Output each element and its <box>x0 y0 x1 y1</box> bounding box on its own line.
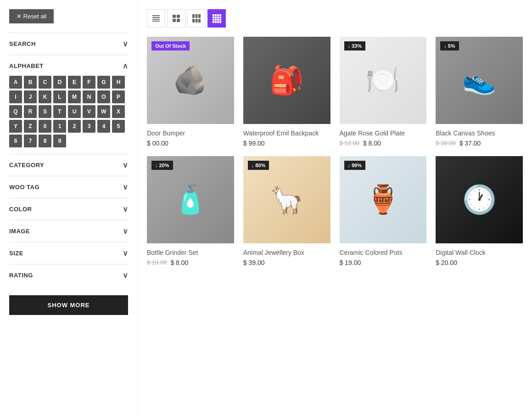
alpha-btn-L[interactable]: L <box>53 90 66 103</box>
discount-badge: 80% <box>248 161 269 170</box>
view-list-button[interactable] <box>147 9 165 28</box>
alpha-btn-Y[interactable]: Y <box>9 120 22 133</box>
alpha-btn-G[interactable]: G <box>97 76 110 89</box>
alpha-btn-2[interactable]: 2 <box>68 120 81 133</box>
alpha-btn-5[interactable]: 5 <box>112 120 125 133</box>
filter-alphabet: ALPHABET ∧ ABCDEFGHIJKLMNOPQRSTUVWXYZ012… <box>9 55 128 154</box>
alpha-btn-K[interactable]: K <box>39 90 51 103</box>
product-card[interactable]: 🦙 80% Animal Jewellery Box $ 39.00 <box>243 156 330 266</box>
product-link[interactable]: Digital Wall Clock <box>436 249 485 256</box>
alpha-btn-B[interactable]: B <box>24 76 37 89</box>
product-prices: $ 39.00 $ 37.00 <box>436 140 523 147</box>
price-original: $ 39.00 <box>436 140 455 146</box>
alpha-btn-4[interactable]: 4 <box>97 120 110 133</box>
product-link[interactable]: Waterproof Emil Backpack <box>243 129 319 137</box>
reset-all-button[interactable]: ✕ Reset all <box>9 9 54 23</box>
view-grid4-button[interactable] <box>207 9 226 28</box>
alpha-btn-H[interactable]: H <box>112 76 125 89</box>
alpha-btn-M[interactable]: M <box>68 90 81 103</box>
filter-woo-tag-header[interactable]: WOO TAG ∨ <box>9 183 128 191</box>
price-sale: $ 8.00 <box>170 259 188 266</box>
product-link[interactable]: Ceramic Colored Pots <box>340 249 403 256</box>
product-link[interactable]: Door Bumper <box>147 129 185 137</box>
alpha-btn-R[interactable]: R <box>24 105 37 118</box>
product-card[interactable]: 🪨 Out Of Stock Door Bumper $ 00.00 <box>147 37 234 147</box>
alpha-btn-O[interactable]: O <box>97 90 110 103</box>
price-sale: $ 8.00 <box>363 140 381 147</box>
filter-rating-label: RATING <box>9 272 33 279</box>
alpha-btn-1[interactable]: 1 <box>53 120 66 133</box>
alpha-btn-X[interactable]: X <box>112 105 125 118</box>
product-image: 🪨 Out Of Stock <box>147 37 234 124</box>
filter-color-header[interactable]: COLOR ∨ <box>9 205 128 214</box>
product-name: Animal Jewellery Box <box>243 249 330 256</box>
product-image: 🧴 20% <box>147 156 234 243</box>
alpha-btn-W[interactable]: W <box>97 105 110 118</box>
price-original: $ 10.00 <box>147 259 167 266</box>
product-card[interactable]: 🍽️ 33% Agate Rose Gold Plate $ 12.00 $ 8… <box>340 37 427 147</box>
product-name: Waterproof Emil Backpack <box>243 129 330 137</box>
alpha-btn-Q[interactable]: Q <box>9 105 22 118</box>
discount-badge: 99% <box>344 161 366 170</box>
svg-rect-2 <box>152 19 160 20</box>
filter-color-label: COLOR <box>9 206 32 213</box>
alpha-btn-U[interactable]: U <box>68 105 81 118</box>
filter-woo-tag: WOO TAG ∨ <box>9 176 128 198</box>
view-grid3-button[interactable] <box>187 9 206 28</box>
product-card[interactable]: 🕐 Digital Wall Clock $ 20.00 <box>436 156 523 266</box>
alpha-btn-F[interactable]: F <box>83 76 95 89</box>
view-grid2-button[interactable] <box>167 9 185 28</box>
alpha-btn-3[interactable]: 3 <box>83 120 95 133</box>
alpha-btn-D[interactable]: D <box>53 76 66 89</box>
svg-rect-17 <box>219 14 221 16</box>
filter-alphabet-label: ALPHABET <box>9 62 44 69</box>
filter-category-header[interactable]: CATEGORY ∨ <box>9 161 128 169</box>
alpha-btn-E[interactable]: E <box>68 76 81 89</box>
filter-search-header[interactable]: SEARCH ∨ <box>9 39 128 48</box>
alpha-btn-Z[interactable]: Z <box>24 120 37 133</box>
svg-rect-3 <box>152 21 160 22</box>
product-link[interactable]: Black Canvas Shoes <box>436 129 495 137</box>
svg-rect-25 <box>219 19 221 21</box>
svg-rect-14 <box>213 14 214 16</box>
product-name: Digital Wall Clock <box>436 249 523 256</box>
alpha-btn-8[interactable]: 8 <box>39 135 51 147</box>
filter-rating-header[interactable]: RATING ∨ <box>9 271 128 280</box>
alpha-btn-V[interactable]: V <box>83 105 95 118</box>
alphabet-grid: ABCDEFGHIJKLMNOPQRSTUVWXYZ0123456789 <box>9 76 128 147</box>
alpha-btn-N[interactable]: N <box>83 90 95 103</box>
svg-rect-20 <box>217 17 219 18</box>
svg-rect-12 <box>196 19 198 22</box>
alpha-btn-T[interactable]: T <box>53 105 66 118</box>
show-more-button[interactable]: SHOW MORE <box>9 295 128 315</box>
product-link[interactable]: Bottle Grinder Set <box>147 249 198 256</box>
product-card[interactable]: 🎒 Waterproof Emil Backpack $ 99.00 <box>243 37 330 147</box>
product-link[interactable]: Agate Rose Gold Plate <box>340 129 405 137</box>
filter-size-header[interactable]: SIZE ∨ <box>9 249 128 258</box>
filter-alphabet-header[interactable]: ALPHABET ∧ <box>9 62 128 70</box>
product-link[interactable]: Animal Jewellery Box <box>243 249 304 256</box>
svg-rect-7 <box>177 19 180 22</box>
alpha-btn-P[interactable]: P <box>112 90 125 103</box>
alpha-btn-7[interactable]: 7 <box>24 135 37 147</box>
alpha-btn-J[interactable]: J <box>24 90 37 103</box>
alpha-btn-S[interactable]: S <box>39 105 51 118</box>
product-card[interactable]: 👟 5% Black Canvas Shoes $ 39.00 $ 37.00 <box>436 37 523 147</box>
chevron-down-icon: ∨ <box>123 39 129 48</box>
price-regular: $ 19.00 <box>340 259 361 266</box>
alpha-btn-0[interactable]: 0 <box>39 120 51 133</box>
main-content: 🪨 Out Of Stock Door Bumper $ 00.00 🎒 Wat… <box>138 0 532 416</box>
alpha-btn-C[interactable]: C <box>39 76 51 89</box>
filter-image-label: IMAGE <box>9 228 30 235</box>
grid-4-icon <box>212 14 221 23</box>
alpha-btn-9[interactable]: 9 <box>53 135 66 147</box>
price-regular: $ 00.00 <box>147 140 168 147</box>
product-card[interactable]: 🧴 20% Bottle Grinder Set $ 10.00 $ 8.00 <box>147 156 234 266</box>
alpha-btn-6[interactable]: 6 <box>9 135 22 147</box>
product-card[interactable]: 🏺 99% Ceramic Colored Pots $ 19.00 <box>340 156 427 266</box>
filter-image-header[interactable]: IMAGE ∨ <box>9 227 128 236</box>
alpha-btn-I[interactable]: I <box>9 90 22 103</box>
product-grid: 🪨 Out Of Stock Door Bumper $ 00.00 🎒 Wat… <box>147 37 523 266</box>
discount-badge: 5% <box>440 41 459 51</box>
alpha-btn-A[interactable]: A <box>9 76 22 89</box>
